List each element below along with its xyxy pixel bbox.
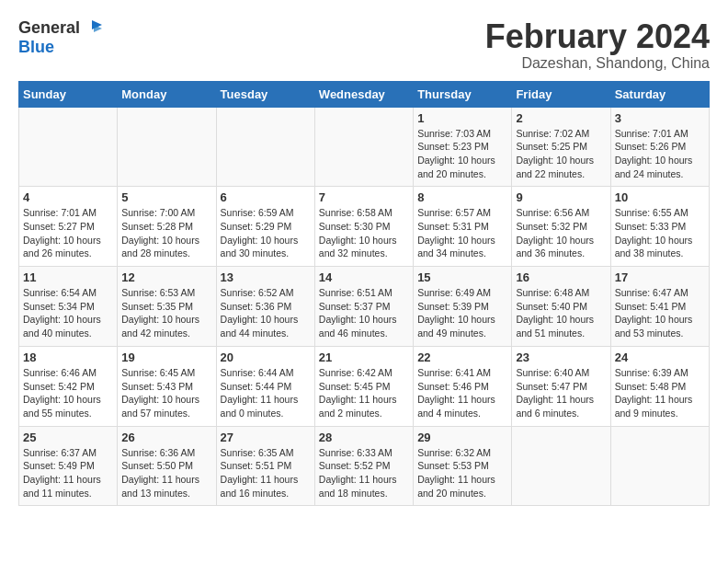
cell-w1-d1	[19, 107, 118, 187]
cell-w5-d1: 25Sunrise: 6:37 AMSunset: 5:49 PMDayligh…	[19, 426, 118, 506]
day-number: 25	[23, 431, 113, 444]
week-row-3: 11Sunrise: 6:54 AMSunset: 5:34 PMDayligh…	[19, 267, 710, 347]
week-row-4: 18Sunrise: 6:46 AMSunset: 5:42 PMDayligh…	[19, 346, 710, 426]
day-info: Sunrise: 6:41 AMSunset: 5:46 PMDaylight:…	[417, 366, 507, 420]
cell-w4-d2: 19Sunrise: 6:45 AMSunset: 5:43 PMDayligh…	[118, 346, 216, 426]
cell-w5-d4: 28Sunrise: 6:33 AMSunset: 5:52 PMDayligh…	[314, 426, 413, 506]
cell-w2-d7: 10Sunrise: 6:55 AMSunset: 5:33 PMDayligh…	[610, 187, 709, 267]
day-info: Sunrise: 6:39 AMSunset: 5:48 PMDaylight:…	[615, 366, 705, 420]
day-number: 13	[221, 270, 311, 284]
day-info: Sunrise: 7:00 AMSunset: 5:28 PMDaylight:…	[121, 206, 211, 260]
weekday-friday: Friday	[512, 81, 610, 107]
cell-w4-d4: 21Sunrise: 6:42 AMSunset: 5:45 PMDayligh…	[314, 346, 413, 426]
day-number: 10	[615, 190, 705, 204]
day-number: 18	[23, 350, 113, 364]
cell-w2-d1: 4Sunrise: 7:01 AMSunset: 5:27 PMDaylight…	[19, 187, 118, 267]
week-row-1: 1Sunrise: 7:03 AMSunset: 5:23 PMDaylight…	[19, 107, 710, 187]
cell-w1-d6: 2Sunrise: 7:02 AMSunset: 5:25 PMDaylight…	[512, 107, 610, 187]
weekday-saturday: Saturday	[610, 81, 709, 107]
day-info: Sunrise: 6:47 AMSunset: 5:41 PMDaylight:…	[615, 286, 705, 340]
day-info: Sunrise: 6:32 AMSunset: 5:53 PMDaylight:…	[417, 446, 507, 500]
day-info: Sunrise: 6:40 AMSunset: 5:47 PMDaylight:…	[516, 366, 606, 420]
cell-w3-d6: 16Sunrise: 6:48 AMSunset: 5:40 PMDayligh…	[512, 267, 610, 347]
day-info: Sunrise: 6:52 AMSunset: 5:36 PMDaylight:…	[221, 286, 311, 340]
calendar-table: SundayMondayTuesdayWednesdayThursdayFrid…	[18, 81, 710, 507]
cell-w5-d2: 26Sunrise: 6:36 AMSunset: 5:50 PMDayligh…	[118, 426, 216, 506]
logo-flag-icon	[82, 18, 102, 39]
weekday-monday: Monday	[118, 81, 216, 107]
cell-w1-d2	[118, 107, 216, 187]
cell-w5-d3: 27Sunrise: 6:35 AMSunset: 5:51 PMDayligh…	[216, 426, 314, 506]
day-number: 5	[121, 190, 211, 204]
cell-w1-d7: 3Sunrise: 7:01 AMSunset: 5:26 PMDaylight…	[610, 107, 709, 187]
day-number: 9	[516, 190, 606, 204]
day-number: 4	[23, 190, 113, 204]
weekday-wednesday: Wednesday	[314, 81, 413, 107]
cell-w4-d3: 20Sunrise: 6:44 AMSunset: 5:44 PMDayligh…	[216, 346, 314, 426]
cell-w3-d5: 15Sunrise: 6:49 AMSunset: 5:39 PMDayligh…	[414, 267, 512, 347]
cell-w4-d5: 22Sunrise: 6:41 AMSunset: 5:46 PMDayligh…	[414, 346, 512, 426]
cell-w4-d6: 23Sunrise: 6:40 AMSunset: 5:47 PMDayligh…	[512, 346, 610, 426]
day-number: 23	[516, 350, 606, 364]
day-number: 7	[319, 190, 409, 204]
weekday-tuesday: Tuesday	[216, 81, 314, 107]
day-number: 21	[319, 350, 409, 364]
weekday-header-row: SundayMondayTuesdayWednesdayThursdayFrid…	[19, 81, 710, 107]
header: General Blue February 2024 Dazeshan, Sha…	[18, 18, 710, 72]
day-info: Sunrise: 6:51 AMSunset: 5:37 PMDaylight:…	[319, 286, 409, 340]
day-info: Sunrise: 6:58 AMSunset: 5:30 PMDaylight:…	[319, 206, 409, 260]
day-info: Sunrise: 6:59 AMSunset: 5:29 PMDaylight:…	[221, 206, 311, 260]
weekday-sunday: Sunday	[19, 81, 118, 107]
cell-w3-d2: 12Sunrise: 6:53 AMSunset: 5:35 PMDayligh…	[118, 267, 216, 347]
day-number: 11	[23, 270, 113, 284]
day-number: 29	[417, 431, 507, 444]
day-info: Sunrise: 6:55 AMSunset: 5:33 PMDaylight:…	[615, 206, 705, 260]
day-info: Sunrise: 6:57 AMSunset: 5:31 PMDaylight:…	[417, 206, 507, 260]
day-number: 6	[221, 190, 311, 204]
logo: General Blue	[18, 18, 102, 57]
cell-w5-d6	[512, 426, 610, 506]
cell-w5-d5: 29Sunrise: 6:32 AMSunset: 5:53 PMDayligh…	[414, 426, 512, 506]
day-info: Sunrise: 6:45 AMSunset: 5:43 PMDaylight:…	[121, 366, 211, 420]
day-info: Sunrise: 6:46 AMSunset: 5:42 PMDaylight:…	[23, 366, 113, 420]
day-number: 24	[615, 350, 705, 364]
day-info: Sunrise: 7:02 AMSunset: 5:25 PMDaylight:…	[516, 127, 606, 181]
day-number: 22	[417, 350, 507, 364]
day-number: 8	[417, 190, 507, 204]
cell-w1-d4	[314, 107, 413, 187]
cell-w3-d7: 17Sunrise: 6:47 AMSunset: 5:41 PMDayligh…	[610, 267, 709, 347]
cell-w2-d5: 8Sunrise: 6:57 AMSunset: 5:31 PMDaylight…	[414, 187, 512, 267]
day-number: 19	[121, 350, 211, 364]
day-info: Sunrise: 6:48 AMSunset: 5:40 PMDaylight:…	[516, 286, 606, 340]
cell-w2-d2: 5Sunrise: 7:00 AMSunset: 5:28 PMDaylight…	[118, 187, 216, 267]
day-number: 20	[221, 350, 311, 364]
day-number: 2	[516, 111, 606, 125]
cell-w4-d1: 18Sunrise: 6:46 AMSunset: 5:42 PMDayligh…	[19, 346, 118, 426]
week-row-2: 4Sunrise: 7:01 AMSunset: 5:27 PMDaylight…	[19, 187, 710, 267]
day-number: 17	[615, 270, 705, 284]
day-info: Sunrise: 6:53 AMSunset: 5:35 PMDaylight:…	[121, 286, 211, 340]
cell-w1-d5: 1Sunrise: 7:03 AMSunset: 5:23 PMDaylight…	[414, 107, 512, 187]
cell-w2-d3: 6Sunrise: 6:59 AMSunset: 5:29 PMDaylight…	[216, 187, 314, 267]
day-number: 26	[121, 431, 211, 444]
day-number: 14	[319, 270, 409, 284]
day-number: 27	[221, 431, 311, 444]
weekday-thursday: Thursday	[414, 81, 512, 107]
day-info: Sunrise: 6:37 AMSunset: 5:49 PMDaylight:…	[23, 446, 113, 500]
cell-w4-d7: 24Sunrise: 6:39 AMSunset: 5:48 PMDayligh…	[610, 346, 709, 426]
day-info: Sunrise: 6:56 AMSunset: 5:32 PMDaylight:…	[516, 206, 606, 260]
day-info: Sunrise: 6:33 AMSunset: 5:52 PMDaylight:…	[319, 446, 409, 500]
day-info: Sunrise: 6:49 AMSunset: 5:39 PMDaylight:…	[417, 286, 507, 340]
cell-w5-d7	[610, 426, 709, 506]
day-info: Sunrise: 6:54 AMSunset: 5:34 PMDaylight:…	[23, 286, 113, 340]
subtitle: Dazeshan, Shandong, China	[485, 55, 710, 72]
day-number: 3	[615, 111, 705, 125]
week-row-5: 25Sunrise: 6:37 AMSunset: 5:49 PMDayligh…	[19, 426, 710, 506]
title-section: February 2024 Dazeshan, Shandong, China	[485, 18, 710, 72]
day-info: Sunrise: 7:01 AMSunset: 5:26 PMDaylight:…	[615, 127, 705, 181]
day-info: Sunrise: 7:01 AMSunset: 5:27 PMDaylight:…	[23, 206, 113, 260]
cell-w1-d3	[216, 107, 314, 187]
day-info: Sunrise: 6:36 AMSunset: 5:50 PMDaylight:…	[121, 446, 211, 500]
day-info: Sunrise: 7:03 AMSunset: 5:23 PMDaylight:…	[417, 127, 507, 181]
cell-w3-d4: 14Sunrise: 6:51 AMSunset: 5:37 PMDayligh…	[314, 267, 413, 347]
